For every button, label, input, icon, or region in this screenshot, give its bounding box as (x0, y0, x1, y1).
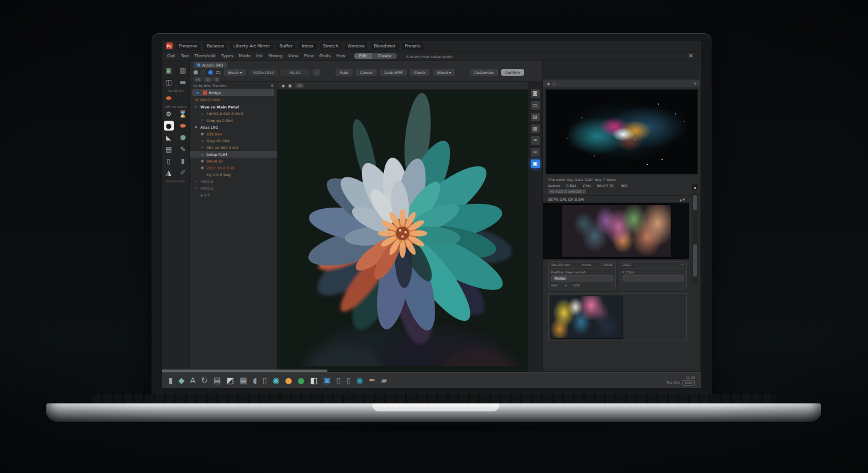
secondary-menu-item[interactable]: Mode (239, 54, 251, 59)
tool-icon[interactable]: ⬢ (178, 132, 188, 142)
menu-item[interactable]: Presets (402, 42, 424, 50)
layer-row[interactable]: ▪Atlas LNG (190, 124, 277, 131)
scrollbar-thumb-2[interactable] (693, 245, 697, 277)
tool-icon[interactable]: ⌛ (178, 109, 188, 119)
toolbar-subchip[interactable]: e5 (194, 77, 202, 82)
secondary-menu-item[interactable]: Ink (256, 54, 263, 59)
toolbar-button[interactable]: Grab BPM (380, 69, 406, 76)
canvas-view-icon[interactable]: ■ (289, 84, 292, 87)
dock-app-icon[interactable]: A (190, 376, 195, 384)
layer-row[interactable]: ▣2021 10 0 0 96 (190, 164, 277, 171)
tool-icon[interactable]: ▬ (178, 77, 188, 87)
document-tab[interactable]: Acrylic 04B (194, 62, 227, 68)
menu-item[interactable]: Inbox (298, 42, 316, 50)
layer-row[interactable]: ▫4000 B (190, 185, 277, 192)
pinned-layer[interactable]: Ps Bridge (192, 89, 274, 96)
panel-close-icon[interactable]: ✕ (694, 81, 697, 86)
segmented-option[interactable]: Edit (354, 53, 373, 59)
secondary-menu-item[interactable]: View (288, 54, 298, 59)
secondary-menu-item[interactable]: Grids (319, 54, 330, 59)
dock-app-icon[interactable]: ✒ (369, 376, 375, 384)
tool-icon[interactable]: ▯ (164, 156, 174, 166)
toolbar-subchip[interactable]: GI (203, 77, 211, 82)
swirl-image[interactable] (562, 204, 671, 257)
tool-icon[interactable]: ▮ (178, 156, 188, 166)
confirm-button[interactable]: Confirm (501, 69, 525, 76)
dock-app-icon[interactable]: ▰ (381, 376, 387, 384)
customize-button[interactable]: Customize (470, 69, 498, 76)
panel-strip-icon[interactable]: ▤ (531, 113, 540, 121)
panel-strip-icon[interactable]: ▦ (531, 124, 540, 133)
layer-row[interactable]: –A 0 T (190, 192, 277, 198)
tool-icon[interactable]: ⚙ (164, 109, 174, 119)
dock-app-icon[interactable]: ● (285, 376, 292, 384)
toolbar-button[interactable]: Cancel (356, 69, 377, 76)
dock-app-icon[interactable]: ◆ (178, 376, 184, 384)
layer-row[interactable]: ≈067 ab 507 0-0/4 (190, 144, 277, 151)
folder-icon[interactable]: 🗀 (216, 70, 221, 75)
close-icon[interactable]: ✕ (686, 53, 696, 59)
dock-app-icon[interactable]: ▦ (240, 376, 247, 384)
layer-row[interactable]: ∩Grey 01 004 (190, 137, 277, 144)
dock-app-icon[interactable]: ▣ (323, 376, 330, 384)
swatch-dark[interactable] (201, 70, 205, 75)
minus-button[interactable]: − (313, 69, 321, 76)
tool-icon[interactable]: ✐ (178, 168, 188, 177)
layer-row[interactable]: ·Cg 1.0 0 9Ag (190, 171, 277, 178)
segmented-control[interactable]: EditCreate (354, 53, 397, 59)
secondary-menu-item[interactable]: Threshold (194, 54, 216, 59)
menu-item[interactable]: Window (345, 42, 368, 50)
horizontal-scrollbar[interactable] (162, 370, 327, 372)
scroll-up-button[interactable]: ▲ (692, 184, 698, 190)
tool-icon[interactable]: ▥ (178, 65, 188, 75)
form-right-input[interactable] (623, 275, 684, 281)
blend-dropdown[interactable]: Blend ▾ (433, 69, 455, 76)
layer-row[interactable]: ▣0An/0 Gr (190, 158, 277, 164)
tool-icon[interactable]: ⬬ (164, 93, 174, 103)
secondary-menu-item[interactable]: Flow (304, 54, 314, 59)
dock-app-icon[interactable]: ● (298, 376, 305, 384)
tool-icon[interactable]: ● (164, 121, 174, 131)
layer-row[interactable]: ▸Vive co Main Petal (190, 103, 277, 110)
dock-app-icon[interactable]: ◩ (226, 376, 234, 384)
secondary-menu-item[interactable]: Owl (167, 54, 175, 59)
menu-item[interactable]: Buffer (276, 42, 295, 50)
swatch-gray[interactable] (194, 70, 198, 75)
segmented-option[interactable]: Create (372, 53, 397, 59)
panel-strip-icon[interactable]: ≡ (531, 136, 540, 145)
secondary-menu-item[interactable]: Types (221, 54, 234, 59)
dock-app-icon[interactable]: ▯ (337, 376, 341, 384)
dock-app-icon[interactable]: ◉ (356, 376, 363, 384)
secondary-menu-item[interactable]: How (336, 54, 345, 59)
menu-item[interactable]: Stretch (320, 42, 342, 50)
dock-app-icon[interactable]: ◖ (253, 376, 257, 384)
secondary-menu-item[interactable]: Two (181, 54, 189, 59)
tool-icon[interactable]: ◮ (164, 168, 174, 177)
tool-icon[interactable]: ◫ (164, 77, 174, 87)
canvas-zoom-chip[interactable]: 60 (295, 83, 304, 88)
layer-row[interactable]: ○Setup FL94 (190, 151, 277, 158)
layer-row[interactable]: ▣039 09+ (190, 131, 277, 137)
dock-app-icon[interactable]: ▯ (263, 376, 267, 384)
panel-strip-icon[interactable]: ◙ (531, 89, 540, 98)
dot-icon[interactable]: ○ (552, 81, 555, 86)
dock-app-icon[interactable]: ▤ (213, 376, 221, 384)
tool-icon[interactable]: ◣ (164, 132, 174, 142)
menu-item[interactable]: Blendshot (371, 42, 398, 50)
toolbar-subchip[interactable]: 0 (213, 77, 220, 82)
scrollbar-thumb[interactable] (693, 195, 697, 210)
canvas[interactable] (277, 90, 528, 372)
tool-icon[interactable]: ✎ (178, 144, 188, 154)
panel-strip-icon[interactable]: ≈ (531, 148, 540, 156)
layer-row[interactable]: ▫Crop ga 0 0b4 (190, 117, 277, 124)
dock-app-icon[interactable]: ▯ (346, 376, 351, 384)
secondary-menu-item[interactable]: Strong (268, 54, 282, 59)
panel-strip-icon[interactable]: ▣ (531, 160, 540, 168)
brush-dropdown[interactable]: Brush ▾ (224, 69, 246, 76)
status-button[interactable]: Close (682, 380, 695, 386)
swatch-blue[interactable] (208, 70, 213, 75)
size-field[interactable]: 4005x1052 (249, 69, 277, 76)
tool-icon[interactable]: ▤ (164, 144, 174, 154)
nebula-preview-image[interactable] (546, 89, 698, 174)
vertical-scrollbar[interactable] (692, 193, 698, 284)
